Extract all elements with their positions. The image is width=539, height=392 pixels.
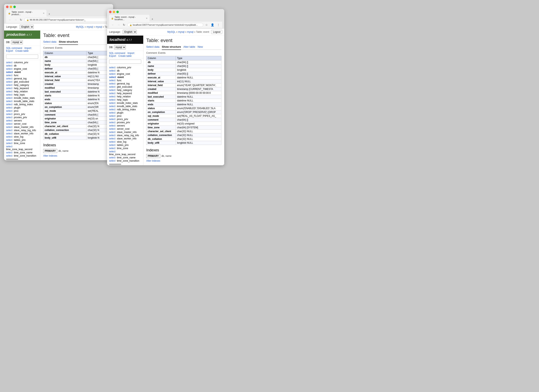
scrollbar[interactable] [6,159,18,160]
forward-button[interactable]: → [116,23,121,27]
list-item-event-lh: select event [107,76,143,79]
tab-show-structure[interactable]: Show structure [59,40,78,45]
breadcrumb-table-lh: Table: event [196,30,209,33]
col-name: name [43,59,87,63]
breadcrumb-mysql2-lh[interactable]: mysql [178,30,184,33]
breadcrumb-mysql[interactable]: MySQL [76,25,84,28]
tab-select-data[interactable]: Select data [43,40,56,44]
logout-button[interactable]: Logout [211,30,222,34]
col-type-lh: char(64) [] [176,118,221,122]
tab-alter-table-lh[interactable]: Alter table [183,45,195,49]
address-bar[interactable]: 🔒 99.99.99.255:3307/?server=mysql&userna… [24,18,110,22]
active-tab[interactable]: 🔒 Table: event - mysql - product... ✕ [6,10,47,17]
list-item: select help_category [4,83,40,87]
lock-icon: 🔒 [111,17,114,19]
import-link-lh[interactable]: Import [127,52,134,55]
list-item: select servers [107,124,143,127]
col-name: last_executed [43,90,87,94]
language-select[interactable]: English [19,25,34,29]
db-select[interactable]: mysql [11,40,23,44]
table-row: createdtimestamp [CURRENT_TIMESTA [146,87,221,91]
col-name-lh: interval_field [146,83,176,87]
maximize-button[interactable] [116,11,119,13]
sql-command-link[interactable]: SQL command [6,47,22,49]
tab-show-structure-lh[interactable]: Show structure [162,45,181,50]
create-table-link[interactable]: Create table [15,49,29,52]
search-input-lh[interactable] [109,60,141,64]
list-item: select plugin [107,111,143,114]
col-name: definer [43,67,87,71]
col-type-lh: set('REAL_AS_FLOAT','PIPES_AS_ [176,114,221,118]
table-row: bodylongblob [146,68,221,72]
col-type-lh: char(64) [SYSTEM] [176,126,221,130]
col-type: timestamp [87,82,110,86]
back-button[interactable]: ← [8,18,12,22]
col-type: datetime N [87,98,110,102]
close-button[interactable] [6,6,9,8]
tab-close-icon[interactable]: ✕ [146,17,148,19]
profile-button[interactable]: 👤 [210,23,215,27]
menu-button[interactable]: ⋮ [216,23,221,27]
breadcrumb-mysql3-lh[interactable]: mysql [187,30,193,33]
forward-button[interactable]: → [13,18,18,22]
sql-command-link-lh[interactable]: SQL command [109,52,125,55]
back-button[interactable]: ← [111,23,115,27]
top-bar-production: Language: English MySQL » mysql » mysql … [4,24,113,30]
list-item: select help_keyword [4,87,40,90]
refresh-button[interactable]: ↻ [19,18,23,22]
minimize-button[interactable] [10,6,12,8]
tab-close-icon[interactable]: ✕ [43,12,44,14]
alter-indexes-link-lh[interactable]: Alter indexes [146,160,160,162]
comment-text: Comment: Events [43,47,110,49]
list-item: select slave_relay_log_info [107,134,143,137]
close-button[interactable] [109,11,111,13]
sidebar-db-row-lh: DB: mysql [107,44,143,51]
breadcrumb-mysql2[interactable]: mysql [87,25,93,28]
breadcrumb-mysql3[interactable]: mysql [96,25,102,28]
refresh-button[interactable]: ↻ [122,23,126,27]
breadcrumb-mysql-lh[interactable]: MySQL [168,30,176,33]
table-row: endsdatetime NULL [146,103,221,106]
col-type-lh: timestamp [0000-00-00 00:00:0 [176,91,221,95]
page-title-lh: Table: event [146,38,221,43]
import-link[interactable]: Import [24,47,31,49]
col-name: sql_mode [43,109,87,113]
col-name: db [43,55,87,59]
alter-indexes-link[interactable]: Alter indexes [43,154,57,157]
address-text: 99.99.99.255:3307/?server=mysql&username… [30,19,86,21]
language-select-lh[interactable]: English [123,30,137,34]
structure-table-lh: Column Type dbchar(64) []namechar(64) []… [146,56,221,145]
col-name-lh: body [146,68,176,72]
list-item: select innodb_table_stats [4,100,40,103]
tab-label-localhost: Table: event - mysql - localhos... [115,16,144,21]
table-row: execute_atdatetime N [43,71,110,75]
scrollbar-lh[interactable] [109,164,121,165]
col-name-lh: execute_at [146,76,176,80]
col-type-lh: enum('ENABLED','DISABLED','SLA [176,106,221,110]
table-row: definerchar(93) [ [43,67,110,71]
address-bar-localhost[interactable]: 🔒 localhost:3307/?server=mysql&username=… [127,23,203,27]
bookmark-button[interactable]: ☆ [204,23,209,27]
search-input[interactable] [6,55,38,58]
maximize-button[interactable] [13,6,16,8]
export-link-lh[interactable]: Export [109,55,116,57]
col-type-lh: enum('DROP','PRESERVE') [DROP [176,110,221,114]
create-table-link-lh[interactable]: Create table [118,55,131,57]
traffic-lights-localhost [109,11,222,13]
table-row: sql_modeset('REAL [43,109,110,113]
col-name-lh: status [146,106,176,110]
table-row: db_collationchar(32) N [43,132,110,136]
tab-new-lh[interactable]: New [197,45,203,49]
new-tab-button-localhost[interactable]: + [150,16,155,22]
minimize-button[interactable] [113,11,115,13]
tab-select-data-lh[interactable]: Select data [146,45,159,49]
sidebar-server-name: production [6,33,25,37]
col-type-lh: char(32) NULL [176,130,221,133]
sidebar-localhost: localhost 4.7.7 DB: mysql SQL command Im… [107,36,144,165]
new-tab-button[interactable]: + [47,11,52,17]
db-select-lh[interactable]: mysql [114,45,126,49]
export-link[interactable]: Export [6,49,13,52]
list-item: select time_zone_leap_second [4,145,40,151]
language-label-lh: Language: [109,30,120,33]
active-tab-localhost[interactable]: 🔒 Table: event - mysql - localhos... ✕ [109,15,149,22]
